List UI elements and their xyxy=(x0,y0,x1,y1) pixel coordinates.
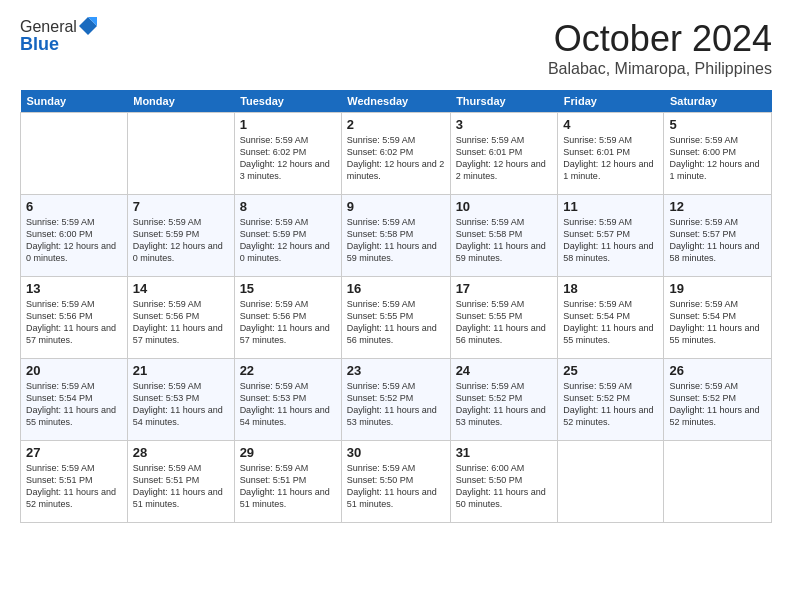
calendar-cell: 9Sunrise: 5:59 AM Sunset: 5:58 PM Daylig… xyxy=(341,195,450,277)
day-number: 20 xyxy=(26,363,122,378)
calendar-cell: 24Sunrise: 5:59 AM Sunset: 5:52 PM Dayli… xyxy=(450,359,558,441)
day-number: 6 xyxy=(26,199,122,214)
day-info: Sunrise: 5:59 AM Sunset: 5:52 PM Dayligh… xyxy=(669,380,766,429)
day-info: Sunrise: 5:59 AM Sunset: 5:59 PM Dayligh… xyxy=(133,216,229,265)
day-info: Sunrise: 5:59 AM Sunset: 5:59 PM Dayligh… xyxy=(240,216,336,265)
day-info: Sunrise: 5:59 AM Sunset: 5:54 PM Dayligh… xyxy=(26,380,122,429)
day-number: 2 xyxy=(347,117,445,132)
day-number: 19 xyxy=(669,281,766,296)
calendar-cell: 22Sunrise: 5:59 AM Sunset: 5:53 PM Dayli… xyxy=(234,359,341,441)
day-info: Sunrise: 5:59 AM Sunset: 5:57 PM Dayligh… xyxy=(563,216,658,265)
day-number: 17 xyxy=(456,281,553,296)
calendar-cell: 20Sunrise: 5:59 AM Sunset: 5:54 PM Dayli… xyxy=(21,359,128,441)
calendar-cell: 1Sunrise: 5:59 AM Sunset: 6:02 PM Daylig… xyxy=(234,113,341,195)
weekday-header-wednesday: Wednesday xyxy=(341,90,450,113)
weekday-header-tuesday: Tuesday xyxy=(234,90,341,113)
day-number: 31 xyxy=(456,445,553,460)
calendar-cell: 4Sunrise: 5:59 AM Sunset: 6:01 PM Daylig… xyxy=(558,113,664,195)
day-number: 24 xyxy=(456,363,553,378)
day-number: 9 xyxy=(347,199,445,214)
day-info: Sunrise: 5:59 AM Sunset: 5:51 PM Dayligh… xyxy=(26,462,122,511)
calendar-cell: 2Sunrise: 5:59 AM Sunset: 6:02 PM Daylig… xyxy=(341,113,450,195)
day-info: Sunrise: 5:59 AM Sunset: 5:56 PM Dayligh… xyxy=(26,298,122,347)
day-info: Sunrise: 5:59 AM Sunset: 6:00 PM Dayligh… xyxy=(669,134,766,183)
week-row-1: 1Sunrise: 5:59 AM Sunset: 6:02 PM Daylig… xyxy=(21,113,772,195)
day-number: 18 xyxy=(563,281,658,296)
day-info: Sunrise: 5:59 AM Sunset: 5:52 PM Dayligh… xyxy=(563,380,658,429)
weekday-header-sunday: Sunday xyxy=(21,90,128,113)
day-number: 30 xyxy=(347,445,445,460)
day-number: 25 xyxy=(563,363,658,378)
weekday-header-thursday: Thursday xyxy=(450,90,558,113)
week-row-3: 13Sunrise: 5:59 AM Sunset: 5:56 PM Dayli… xyxy=(21,277,772,359)
calendar-table: SundayMondayTuesdayWednesdayThursdayFrid… xyxy=(20,90,772,523)
calendar-cell: 31Sunrise: 6:00 AM Sunset: 5:50 PM Dayli… xyxy=(450,441,558,523)
calendar-cell: 7Sunrise: 5:59 AM Sunset: 5:59 PM Daylig… xyxy=(127,195,234,277)
day-number: 15 xyxy=(240,281,336,296)
calendar-cell: 14Sunrise: 5:59 AM Sunset: 5:56 PM Dayli… xyxy=(127,277,234,359)
day-number: 13 xyxy=(26,281,122,296)
calendar-cell xyxy=(127,113,234,195)
calendar-cell: 30Sunrise: 5:59 AM Sunset: 5:50 PM Dayli… xyxy=(341,441,450,523)
weekday-header-monday: Monday xyxy=(127,90,234,113)
calendar-cell: 18Sunrise: 5:59 AM Sunset: 5:54 PM Dayli… xyxy=(558,277,664,359)
calendar-cell: 27Sunrise: 5:59 AM Sunset: 5:51 PM Dayli… xyxy=(21,441,128,523)
day-info: Sunrise: 5:59 AM Sunset: 5:56 PM Dayligh… xyxy=(133,298,229,347)
day-info: Sunrise: 5:59 AM Sunset: 5:56 PM Dayligh… xyxy=(240,298,336,347)
calendar-cell: 5Sunrise: 5:59 AM Sunset: 6:00 PM Daylig… xyxy=(664,113,772,195)
day-number: 12 xyxy=(669,199,766,214)
calendar-cell: 15Sunrise: 5:59 AM Sunset: 5:56 PM Dayli… xyxy=(234,277,341,359)
calendar-cell: 19Sunrise: 5:59 AM Sunset: 5:54 PM Dayli… xyxy=(664,277,772,359)
calendar-cell: 17Sunrise: 5:59 AM Sunset: 5:55 PM Dayli… xyxy=(450,277,558,359)
week-row-5: 27Sunrise: 5:59 AM Sunset: 5:51 PM Dayli… xyxy=(21,441,772,523)
calendar-cell: 12Sunrise: 5:59 AM Sunset: 5:57 PM Dayli… xyxy=(664,195,772,277)
day-info: Sunrise: 5:59 AM Sunset: 5:53 PM Dayligh… xyxy=(240,380,336,429)
calendar-cell: 16Sunrise: 5:59 AM Sunset: 5:55 PM Dayli… xyxy=(341,277,450,359)
calendar-cell: 11Sunrise: 5:59 AM Sunset: 5:57 PM Dayli… xyxy=(558,195,664,277)
page-container: General Blue October 2024 Balabac, Mimar… xyxy=(0,0,792,533)
day-number: 21 xyxy=(133,363,229,378)
logo-blue: Blue xyxy=(20,34,97,55)
day-info: Sunrise: 5:59 AM Sunset: 5:50 PM Dayligh… xyxy=(347,462,445,511)
day-number: 23 xyxy=(347,363,445,378)
weekday-header-friday: Friday xyxy=(558,90,664,113)
day-info: Sunrise: 5:59 AM Sunset: 5:52 PM Dayligh… xyxy=(347,380,445,429)
day-info: Sunrise: 5:59 AM Sunset: 5:58 PM Dayligh… xyxy=(456,216,553,265)
calendar-cell: 28Sunrise: 5:59 AM Sunset: 5:51 PM Dayli… xyxy=(127,441,234,523)
logo-icon xyxy=(79,17,97,35)
day-info: Sunrise: 5:59 AM Sunset: 5:54 PM Dayligh… xyxy=(563,298,658,347)
calendar-cell: 6Sunrise: 5:59 AM Sunset: 6:00 PM Daylig… xyxy=(21,195,128,277)
day-info: Sunrise: 5:59 AM Sunset: 6:01 PM Dayligh… xyxy=(456,134,553,183)
calendar-body: 1Sunrise: 5:59 AM Sunset: 6:02 PM Daylig… xyxy=(21,113,772,523)
day-number: 14 xyxy=(133,281,229,296)
day-number: 29 xyxy=(240,445,336,460)
day-number: 7 xyxy=(133,199,229,214)
day-info: Sunrise: 5:59 AM Sunset: 5:54 PM Dayligh… xyxy=(669,298,766,347)
day-number: 16 xyxy=(347,281,445,296)
week-row-2: 6Sunrise: 5:59 AM Sunset: 6:00 PM Daylig… xyxy=(21,195,772,277)
day-number: 1 xyxy=(240,117,336,132)
calendar-cell: 26Sunrise: 5:59 AM Sunset: 5:52 PM Dayli… xyxy=(664,359,772,441)
weekday-header-saturday: Saturday xyxy=(664,90,772,113)
logo: General Blue xyxy=(20,18,97,55)
day-info: Sunrise: 5:59 AM Sunset: 5:53 PM Dayligh… xyxy=(133,380,229,429)
day-number: 3 xyxy=(456,117,553,132)
day-number: 8 xyxy=(240,199,336,214)
day-number: 22 xyxy=(240,363,336,378)
day-number: 11 xyxy=(563,199,658,214)
calendar-cell: 3Sunrise: 5:59 AM Sunset: 6:01 PM Daylig… xyxy=(450,113,558,195)
day-info: Sunrise: 5:59 AM Sunset: 5:51 PM Dayligh… xyxy=(240,462,336,511)
day-info: Sunrise: 5:59 AM Sunset: 5:51 PM Dayligh… xyxy=(133,462,229,511)
day-info: Sunrise: 6:00 AM Sunset: 5:50 PM Dayligh… xyxy=(456,462,553,511)
day-info: Sunrise: 5:59 AM Sunset: 5:57 PM Dayligh… xyxy=(669,216,766,265)
day-info: Sunrise: 5:59 AM Sunset: 6:00 PM Dayligh… xyxy=(26,216,122,265)
location: Balabac, Mimaropa, Philippines xyxy=(548,60,772,78)
day-number: 5 xyxy=(669,117,766,132)
day-info: Sunrise: 5:59 AM Sunset: 5:52 PM Dayligh… xyxy=(456,380,553,429)
day-number: 27 xyxy=(26,445,122,460)
calendar-cell: 10Sunrise: 5:59 AM Sunset: 5:58 PM Dayli… xyxy=(450,195,558,277)
calendar-cell: 8Sunrise: 5:59 AM Sunset: 5:59 PM Daylig… xyxy=(234,195,341,277)
month-title: October 2024 xyxy=(548,18,772,60)
day-info: Sunrise: 5:59 AM Sunset: 5:55 PM Dayligh… xyxy=(347,298,445,347)
header: General Blue October 2024 Balabac, Mimar… xyxy=(20,18,772,78)
